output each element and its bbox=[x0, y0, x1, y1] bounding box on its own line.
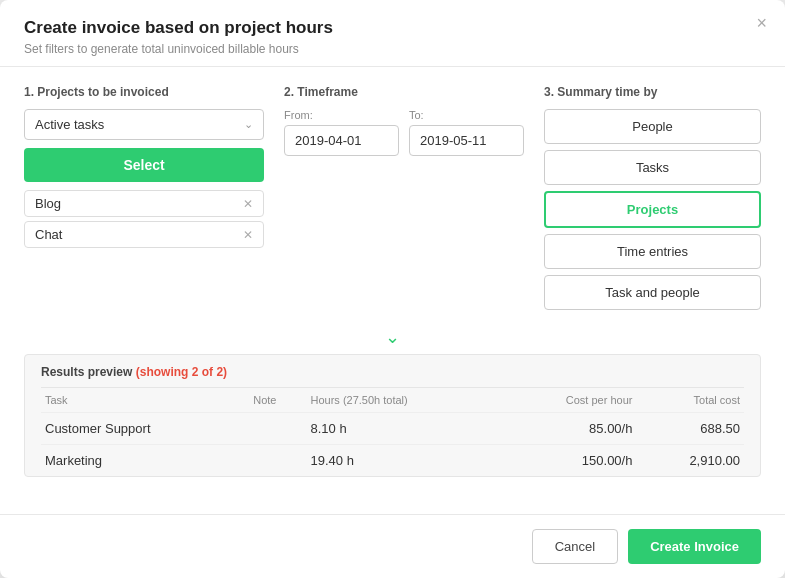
summary-btn-projects[interactable]: Projects bbox=[544, 191, 761, 228]
selected-item: Blog ✕ bbox=[24, 190, 264, 217]
summary-btn-people[interactable]: People bbox=[544, 109, 761, 144]
create-invoice-button[interactable]: Create Invoice bbox=[628, 529, 761, 564]
summary-btn-tasks[interactable]: Tasks bbox=[544, 150, 761, 185]
expand-section[interactable]: ⌄ bbox=[24, 316, 761, 354]
projects-label: 1. Projects to be invoiced bbox=[24, 85, 264, 99]
row-cost-per-hour: 85.00/h bbox=[500, 413, 637, 445]
remove-item-icon[interactable]: ✕ bbox=[243, 228, 253, 242]
selected-item: Chat ✕ bbox=[24, 221, 264, 248]
timeframe-label: 2. Timeframe bbox=[284, 85, 524, 99]
summary-btn-time-entries[interactable]: Time entries bbox=[544, 234, 761, 269]
row-total-cost: 2,910.00 bbox=[636, 445, 744, 477]
projects-dropdown[interactable]: Active tasks ⌄ bbox=[24, 109, 264, 140]
dialog-title: Create invoice based on project hours bbox=[24, 18, 761, 38]
col-task: Task bbox=[41, 388, 249, 413]
summary-btn-task-people[interactable]: Task and people bbox=[544, 275, 761, 310]
table-row: Customer Support 8.10 h 85.00/h 688.50 bbox=[41, 413, 744, 445]
row-cost-per-hour: 150.00/h bbox=[500, 445, 637, 477]
results-preview: Results preview (showing 2 of 2) Task No… bbox=[24, 354, 761, 477]
col-cost-per-hour: Cost per hour bbox=[500, 388, 637, 413]
selected-items-list: Blog ✕ Chat ✕ bbox=[24, 190, 264, 248]
row-total-cost: 688.50 bbox=[636, 413, 744, 445]
results-count: (showing 2 of 2) bbox=[136, 365, 227, 379]
summary-column: 3. Summary time by People Tasks Projects… bbox=[544, 85, 761, 316]
chevron-down-icon: ⌄ bbox=[244, 118, 253, 131]
row-hours: 19.40 h bbox=[307, 445, 500, 477]
dialog-footer: Cancel Create Invoice bbox=[0, 514, 785, 578]
timeframe-column: 2. Timeframe From: To: bbox=[284, 85, 524, 156]
timeframe-row: From: To: bbox=[284, 109, 524, 156]
row-hours: 8.10 h bbox=[307, 413, 500, 445]
table-header-row: Task Note Hours (27.50h total) Cost per … bbox=[41, 388, 744, 413]
dialog-body: 1. Projects to be invoiced Active tasks … bbox=[0, 67, 785, 504]
row-task: Marketing bbox=[41, 445, 249, 477]
to-field: To: bbox=[409, 109, 524, 156]
results-table: Task Note Hours (27.50h total) Cost per … bbox=[41, 387, 744, 476]
from-label: From: bbox=[284, 109, 399, 121]
results-header: Results preview (showing 2 of 2) bbox=[41, 365, 744, 379]
projects-column: 1. Projects to be invoiced Active tasks … bbox=[24, 85, 264, 252]
results-preview-label: Results preview bbox=[41, 365, 132, 379]
selected-item-label: Chat bbox=[35, 227, 62, 242]
summary-label: 3. Summary time by bbox=[544, 85, 761, 99]
from-field: From: bbox=[284, 109, 399, 156]
to-label: To: bbox=[409, 109, 524, 121]
columns: 1. Projects to be invoiced Active tasks … bbox=[24, 85, 761, 316]
select-button[interactable]: Select bbox=[24, 148, 264, 182]
dropdown-value: Active tasks bbox=[35, 117, 104, 132]
col-hours: Hours (27.50h total) bbox=[307, 388, 500, 413]
dialog: Create invoice based on project hours Se… bbox=[0, 0, 785, 578]
dialog-subtitle: Set filters to generate total uninvoiced… bbox=[24, 42, 761, 56]
row-note bbox=[249, 413, 306, 445]
cancel-button[interactable]: Cancel bbox=[532, 529, 618, 564]
row-note bbox=[249, 445, 306, 477]
col-note: Note bbox=[249, 388, 306, 413]
remove-item-icon[interactable]: ✕ bbox=[243, 197, 253, 211]
dialog-header: Create invoice based on project hours Se… bbox=[0, 0, 785, 67]
table-row: Marketing 19.40 h 150.00/h 2,910.00 bbox=[41, 445, 744, 477]
to-input[interactable] bbox=[409, 125, 524, 156]
close-button[interactable]: × bbox=[756, 14, 767, 32]
row-task: Customer Support bbox=[41, 413, 249, 445]
col-total-cost: Total cost bbox=[636, 388, 744, 413]
selected-item-label: Blog bbox=[35, 196, 61, 211]
from-input[interactable] bbox=[284, 125, 399, 156]
